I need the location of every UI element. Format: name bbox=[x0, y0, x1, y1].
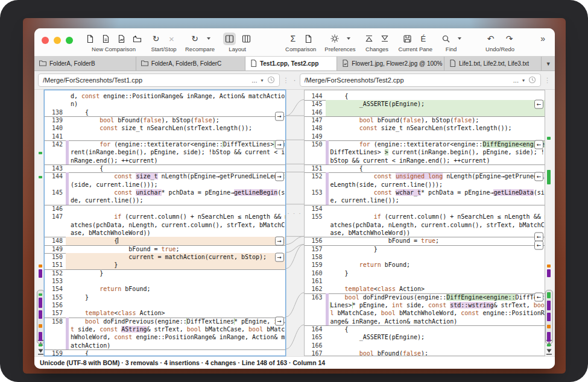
merge-arrow-button[interactable]: ← bbox=[534, 240, 543, 249]
merge-arrow-button[interactable]: → bbox=[275, 112, 284, 121]
change-marker[interactable] bbox=[39, 310, 42, 319]
change-marker[interactable] bbox=[547, 332, 551, 342]
image-comparison-icon[interactable] bbox=[116, 34, 127, 44]
last-change-icon[interactable] bbox=[546, 348, 552, 355]
change-marker[interactable] bbox=[39, 344, 42, 346]
right-pane[interactable]: 144 {145 _ASSERTE(pEngine);←146147 bool … bbox=[304, 90, 546, 356]
splitter-dot[interactable]: · bbox=[292, 76, 297, 84]
gear-icon[interactable] bbox=[330, 34, 340, 44]
path-dropdown-caret[interactable]: ▾ bbox=[522, 78, 525, 83]
change-marker[interactable] bbox=[39, 324, 42, 328]
line-number bbox=[305, 181, 326, 189]
change-marker[interactable] bbox=[547, 170, 551, 184]
line-number: 153 bbox=[305, 189, 326, 196]
tab-overflow-button[interactable]: ▼ bbox=[541, 57, 555, 70]
change-marker[interactable] bbox=[547, 292, 551, 298]
change-marker[interactable] bbox=[39, 332, 42, 341]
change-marker[interactable] bbox=[39, 293, 42, 296]
left-path-field[interactable]: /Merge/ForScreenshots/Test1.cpp ... ▾ bbox=[38, 74, 280, 87]
code-row: e, current.line()); bbox=[305, 196, 545, 204]
merge-arrow-button[interactable]: → bbox=[275, 172, 284, 181]
code-row: l bMatchCase, bool bMatchWholeWord, cons… bbox=[305, 309, 545, 317]
report-icon[interactable] bbox=[303, 34, 314, 44]
recompare-icon[interactable]: ↻ bbox=[190, 34, 200, 44]
code-row: 167 bool bFound(false); bbox=[305, 349, 545, 356]
tab-foldera-folderb[interactable]: FolderA, FolderB bbox=[34, 57, 136, 70]
change-marker[interactable] bbox=[547, 301, 551, 310]
change-marker[interactable] bbox=[39, 298, 42, 308]
history-clock-icon[interactable] bbox=[267, 76, 275, 85]
binary-comparison-icon[interactable] bbox=[101, 34, 111, 44]
path-dropdown-caret[interactable]: ▾ bbox=[261, 78, 263, 83]
right-code-editor[interactable]: 144 {145 _ASSERTE(pEngine);←146147 bool … bbox=[305, 90, 545, 356]
chevron-down-icon[interactable] bbox=[347, 37, 350, 40]
two-pane-layout-icon[interactable] bbox=[223, 33, 236, 45]
change-marker[interactable] bbox=[39, 152, 42, 154]
zoom-button[interactable] bbox=[66, 37, 73, 44]
change-marker[interactable] bbox=[39, 176, 42, 178]
three-pane-layout-icon[interactable] bbox=[241, 34, 251, 44]
next-change-icon[interactable] bbox=[380, 34, 390, 44]
merge-arrow-button[interactable]: ← bbox=[534, 293, 543, 302]
change-marker[interactable] bbox=[547, 269, 551, 277]
code-row: 141 bbox=[45, 133, 285, 140]
merge-arrow-button[interactable]: ← bbox=[534, 172, 543, 181]
text-comparison-icon[interactable] bbox=[85, 34, 95, 44]
previous-change-icon[interactable] bbox=[364, 34, 375, 44]
change-marker[interactable] bbox=[547, 344, 551, 346]
minimize-button[interactable] bbox=[54, 37, 61, 44]
chevron-down-icon[interactable] bbox=[458, 37, 461, 40]
merge-arrow-button[interactable]: → bbox=[275, 317, 284, 326]
chevron-down-icon[interactable] bbox=[207, 37, 210, 40]
tab-label: Life1.txt, Life2.txt, Life3.txt bbox=[459, 60, 529, 67]
start-icon[interactable]: ↻ bbox=[151, 34, 161, 44]
line-number: 163 bbox=[305, 293, 326, 301]
change-marker[interactable] bbox=[547, 313, 551, 321]
document-icon bbox=[250, 60, 257, 68]
path-more-button[interactable]: ... bbox=[513, 77, 519, 84]
merge-arrow-button[interactable]: → bbox=[275, 236, 284, 245]
tab-flower1-flower2[interactable]: Flower1.jpg, Flower2.jpg @ 100% bbox=[337, 57, 444, 70]
tab-life1-life2-life3[interactable]: Life1.txt, Life2.txt, Life3.txt bbox=[444, 57, 541, 70]
last-change-icon[interactable] bbox=[37, 348, 44, 355]
tab-test1-test2[interactable]: Test1.cpp, Test2.cpp bbox=[245, 57, 337, 70]
left-overview-strip[interactable] bbox=[37, 90, 44, 356]
redo-icon[interactable]: ↷ bbox=[504, 34, 514, 44]
merge-arrow-button[interactable]: → bbox=[275, 140, 284, 149]
merge-arrow-button[interactable]: ← bbox=[534, 100, 543, 109]
change-marker[interactable] bbox=[39, 265, 42, 268]
summary-icon[interactable]: Σ bbox=[288, 34, 298, 44]
toolbar-overflow-button[interactable]: » bbox=[540, 34, 548, 43]
path-more-button[interactable]: ... bbox=[251, 77, 257, 84]
line-number bbox=[45, 229, 66, 237]
change-marker[interactable] bbox=[547, 265, 551, 268]
left-pane[interactable]: d, const engine::PositionRange& inRange,… bbox=[44, 90, 286, 356]
search-icon[interactable] bbox=[441, 34, 451, 44]
stop-icon[interactable]: × bbox=[166, 34, 177, 44]
close-button[interactable] bbox=[42, 37, 49, 44]
history-clock-icon[interactable] bbox=[528, 76, 536, 85]
pane-drag-handle[interactable]: ⋮ bbox=[543, 77, 551, 83]
code-text: bool bFound(false), bStop(false); bbox=[329, 116, 545, 124]
change-marker[interactable] bbox=[547, 137, 551, 140]
tab-foldera-folderb-folderc[interactable]: FolderA, FolderB, FolderC bbox=[136, 57, 245, 70]
line-number: 157 bbox=[45, 309, 66, 317]
merge-arrow-button[interactable]: → bbox=[275, 252, 284, 261]
folder-comparison-icon[interactable] bbox=[132, 34, 142, 44]
code-row: 157 }← bbox=[305, 245, 545, 253]
group-label: Start/Stop bbox=[151, 46, 176, 52]
right-path-field[interactable]: /Merge/ForScreenshots/Test2.cpp ... ▾ bbox=[300, 74, 542, 87]
code-row: 143 { bbox=[45, 164, 285, 172]
change-marker[interactable] bbox=[39, 269, 42, 278]
undo-icon[interactable]: ↶ bbox=[485, 34, 496, 44]
right-overview-strip[interactable] bbox=[545, 90, 552, 356]
left-code-editor[interactable]: d, const engine::PositionRange& inRange,… bbox=[45, 90, 285, 356]
code-row: de, current.line()); bbox=[45, 196, 285, 204]
pane-drag-handle[interactable]: ⋮ bbox=[282, 77, 290, 83]
save-icon[interactable] bbox=[402, 34, 413, 44]
change-marker[interactable] bbox=[547, 325, 551, 328]
merge-arrow-button[interactable]: ← bbox=[534, 140, 543, 149]
encoding-icon[interactable]: É bbox=[418, 34, 428, 44]
line-number: 157 bbox=[305, 245, 326, 253]
code-row: ase, bMatchWholeWord)) bbox=[305, 229, 545, 237]
